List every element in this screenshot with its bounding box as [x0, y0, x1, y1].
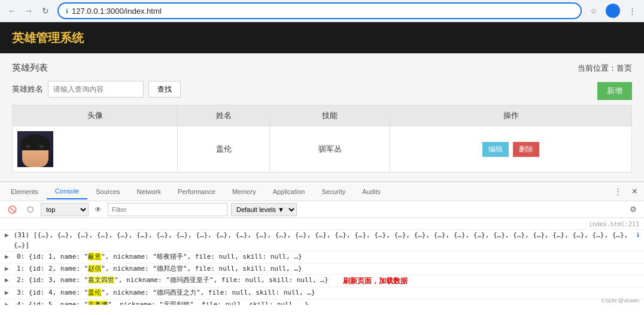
tab-network[interactable]: Network — [129, 184, 169, 199]
console-entry-3: 3: {id: 4, name: "盖伦", nickname: "德玛西亚之力… — [17, 288, 315, 298]
col-header-skill: 技能 — [270, 105, 390, 126]
browser-toolbar: ← → ↻ ℹ ☆ ⋮ — [0, 0, 644, 22]
col-header-name: 姓名 — [178, 105, 270, 126]
user-avatar — [606, 4, 620, 18]
console-context-select[interactable]: top — [41, 203, 89, 216]
refresh-button[interactable]: ↻ — [38, 4, 53, 18]
tab-sources[interactable]: Sources — [87, 184, 128, 199]
console-entry-1: 1: {id: 2, name: "赵信", nickname: "德邦总管",… — [17, 264, 302, 274]
tab-console[interactable]: Console — [47, 184, 87, 199]
console-filter-input[interactable] — [108, 203, 227, 216]
hero-name: 盖伦 — [178, 126, 270, 172]
page-title-bar: 英雄列表 当前位置：首页 — [12, 62, 632, 74]
app-title: 英雄管理系统 — [12, 30, 84, 46]
console-settings-button[interactable]: ⚙ — [627, 204, 639, 216]
console-entry-4: 4: {id: 5, name: "非奥娜", nickname: "无双剑姬"… — [17, 300, 309, 305]
hero-skill: 驯军丛 — [270, 126, 390, 172]
devtools-side-icons: ⋮ ✕ — [610, 184, 642, 199]
tab-performance[interactable]: Performance — [169, 184, 224, 199]
delete-button[interactable]: 删除 — [513, 142, 539, 157]
back-button[interactable]: ← — [5, 4, 19, 18]
console-array-text: (31) [{…}, {…}, {…}, {…}, {…}, {…}, {…},… — [14, 231, 632, 250]
devtools-more-button[interactable]: ⋮ — [610, 184, 625, 199]
page-location: 当前位置：首页 — [578, 63, 632, 74]
app-header: 英雄管理系统 — [0, 22, 644, 53]
tab-memory[interactable]: Memory — [224, 184, 265, 199]
console-line-array: ▶ (31) [{…}, {…}, {…}, {…}, {…}, {…}, {…… — [0, 230, 644, 252]
console-line-source: index.html:211 — [0, 219, 644, 230]
console-line-3: ▶ 3: {id: 4, name: "盖伦", nickname: "德玛西亚… — [0, 287, 644, 299]
search-input[interactable] — [48, 81, 144, 98]
console-info-badge: ℹ — [637, 231, 639, 240]
console-line-0: ▶ 0: {id: 1, name: "蔽意", nickname: "暗夜猎手… — [0, 252, 644, 263]
address-bar-container: ℹ — [57, 2, 582, 19]
col-header-avatar: 头像 — [13, 105, 178, 126]
toolbar-actions: ☆ ⋮ — [587, 4, 639, 18]
search-label: 英雄姓名 — [12, 84, 43, 95]
account-button[interactable] — [606, 4, 620, 18]
more-button[interactable]: ⋮ — [625, 4, 639, 18]
console-line-2: ▶ 2: {id: 3, name: "嘉文四世", nickname: "德玛… — [0, 275, 644, 287]
console-level-select[interactable]: Default levels ▼ — [231, 203, 297, 216]
search-bar: 英雄姓名 查找 — [12, 81, 632, 98]
bookmark-button[interactable]: ☆ — [587, 4, 601, 18]
page-title: 英雄列表 — [12, 62, 48, 74]
forward-button[interactable]: → — [22, 4, 36, 18]
tab-elements[interactable]: Elements — [2, 184, 47, 199]
devtools-console-toolbar: 🚫 ⬡ top 👁 Default levels ▼ ⚙ — [0, 201, 644, 218]
nav-buttons: ← → ↻ — [5, 4, 53, 18]
hero-avatar-cell — [13, 126, 178, 172]
console-line-4: ▶ 4: {id: 5, name: "非奥娜", nickname: "无双剑… — [0, 299, 644, 305]
table-row: 盖伦 驯军丛 编辑 删除 — [13, 126, 632, 172]
address-bar[interactable] — [72, 7, 573, 16]
hero-table: 头像 姓名 技能 操作 盖伦 — [12, 105, 632, 172]
console-inspect-button[interactable]: ⬡ — [23, 202, 37, 217]
console-source-ref: index.html:211 — [589, 220, 639, 229]
console-eye-button[interactable]: 👁 — [92, 204, 104, 216]
tab-application[interactable]: Application — [265, 184, 314, 199]
console-line-1: ▶ 1: {id: 2, name: "赵信", nickname: "德邦总管… — [0, 263, 644, 275]
secure-icon: ℹ — [66, 8, 68, 14]
add-hero-button[interactable]: 新增 — [597, 82, 632, 100]
app-content: 英雄列表 当前位置：首页 英雄姓名 查找 新增 头像 姓名 技能 操作 — [0, 53, 644, 181]
devtools-panel: Elements Console Sources Network Perform… — [0, 181, 644, 305]
col-header-actions: 操作 — [390, 105, 632, 126]
devtools-close-button[interactable]: ✕ — [627, 184, 642, 199]
hero-actions: 编辑 删除 — [390, 126, 632, 172]
devtools-console-content: index.html:211 ▶ (31) [{…}, {…}, {…}, {…… — [0, 218, 644, 305]
devtools-tabs: Elements Console Sources Network Perform… — [0, 182, 644, 201]
csdn-watermark: CSDN @viceen — [602, 298, 639, 304]
tab-audits[interactable]: Audits — [354, 184, 389, 199]
console-entry-0: 0: {id: 1, name: "蔽意", nickname: "暗夜猎手",… — [17, 252, 302, 262]
console-entry-2: 2: {id: 3, name: "嘉文四世", nickname: "德玛西亚… — [17, 275, 329, 286]
tab-security[interactable]: Security — [313, 184, 354, 199]
search-button[interactable]: 查找 — [148, 81, 181, 98]
hero-avatar — [17, 131, 53, 167]
browser-chrome: ← → ↻ ℹ ☆ ⋮ — [0, 0, 644, 22]
annotation-text: 刷新页面，加载数据 — [343, 275, 408, 286]
edit-button[interactable]: 编辑 — [482, 142, 509, 157]
console-clear-button[interactable]: 🚫 — [5, 202, 19, 217]
array-expand-arrow[interactable]: ▶ — [5, 231, 9, 241]
